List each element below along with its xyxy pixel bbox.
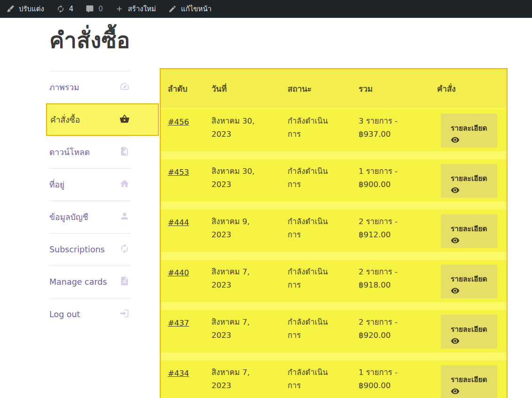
- sign-out-icon: [118, 308, 131, 320]
- orders-table-body: #456 สิงหาคม 30, 2023 กำลังดำเนินการ 3 ร…: [161, 109, 507, 398]
- sidebar-item[interactable]: ภาพรวม: [49, 71, 131, 103]
- sidebar-item-label: ภาพรวม: [49, 81, 79, 94]
- sidebar-item-label: ดาวน์โหลด: [49, 146, 90, 159]
- card-file-icon: [118, 276, 131, 288]
- sidebar-item-label: คำสั่งซื้อ: [50, 113, 80, 126]
- sidebar-item[interactable]: ดาวน์โหลด: [49, 136, 131, 168]
- view-order-button-label: รายละเอียด: [451, 323, 497, 335]
- view-order-button[interactable]: รายละเอียด: [441, 114, 497, 148]
- order-status: กำลังดำเนินการ: [288, 109, 359, 141]
- view-order-button[interactable]: รายละเอียด: [441, 164, 497, 198]
- updates-sync-icon: [56, 5, 65, 13]
- admin-bar-updates-count: 4: [69, 5, 74, 13]
- orders-table: ลำดับ วันที่ สถานะ รวม คำสั่ง #456 สิงหา…: [160, 68, 508, 398]
- order-date: สิงหาคม 30, 2023: [211, 159, 288, 191]
- order-total: 1 รายการ - ฿900.00: [359, 360, 437, 392]
- view-order-button-label: รายละเอียด: [451, 172, 497, 184]
- eye-icon: [451, 237, 460, 244]
- admin-bar-updates[interactable]: 4: [50, 0, 80, 18]
- order-status: กำลังดำเนินการ: [288, 310, 359, 342]
- order-total: 3 รายการ - ฿937.00: [359, 109, 437, 141]
- eye-icon: [451, 388, 460, 395]
- order-number-link[interactable]: #444: [168, 218, 189, 227]
- sync-arrows-icon: [118, 243, 131, 256]
- order-total: 2 รายการ - ฿920.00: [359, 310, 437, 342]
- page-title: คำสั่งซื้อ: [49, 23, 130, 58]
- order-status: กำลังดำเนินการ: [288, 260, 359, 292]
- admin-bar-edit-page-label: แก้ไขหน้า: [181, 3, 211, 15]
- view-order-button-label: รายละเอียด: [451, 122, 497, 134]
- sidebar-item[interactable]: Manage cards: [49, 265, 131, 298]
- order-date: สิงหาคม 7, 2023: [211, 310, 288, 342]
- sidebar-item-label: ข้อมูลบัญชี: [49, 211, 88, 224]
- edit-pencil-icon: [168, 5, 177, 13]
- header-status: สถานะ: [288, 82, 359, 95]
- wp-admin-bar: ปรับแต่ง 4 0 สร้างใหม่ แก้ไขหน้า: [0, 0, 532, 18]
- customize-brush-icon: [6, 5, 15, 13]
- admin-bar-comments-count: 0: [98, 5, 103, 13]
- order-row: #440 สิงหาคม 7, 2023 กำลังดำเนินการ 2 รา…: [161, 260, 507, 302]
- sidebar-item[interactable]: Log out: [49, 298, 131, 330]
- admin-bar-customize-label: ปรับแต่ง: [19, 3, 44, 15]
- order-number-link[interactable]: #456: [168, 117, 189, 126]
- eye-icon: [451, 187, 460, 194]
- header-actions: คำสั่ง: [437, 82, 497, 95]
- order-row: #444 สิงหาคม 9, 2023 กำลังดำเนินการ 2 รา…: [161, 210, 507, 252]
- eye-icon: [451, 338, 460, 345]
- view-order-button-label: รายละเอียด: [451, 223, 497, 234]
- order-number-link[interactable]: #440: [168, 268, 189, 277]
- order-row: #453 สิงหาคม 30, 2023 กำลังดำเนินการ 1 ร…: [161, 159, 507, 202]
- order-row: #434 สิงหาคม 7, 2023 กำลังดำเนินการ 1 รา…: [161, 360, 507, 398]
- order-status: กำลังดำเนินการ: [288, 360, 359, 392]
- order-status: กำลังดำเนินการ: [288, 210, 359, 242]
- order-row: #456 สิงหาคม 30, 2023 กำลังดำเนินการ 3 ร…: [161, 109, 507, 151]
- order-number-link[interactable]: #437: [168, 319, 189, 328]
- eye-icon: [451, 288, 460, 295]
- header-order-number: ลำดับ: [168, 82, 211, 95]
- sidebar-item[interactable]: ที่อยู่: [49, 168, 131, 201]
- order-date: สิงหาคม 7, 2023: [211, 260, 288, 292]
- header-date: วันที่: [211, 82, 288, 95]
- order-total: 1 รายการ - ฿900.00: [359, 159, 437, 191]
- admin-bar-customize[interactable]: ปรับแต่ง: [0, 0, 50, 18]
- order-row: #437 สิงหาคม 7, 2023 กำลังดำเนินการ 2 รา…: [161, 310, 507, 352]
- view-order-button[interactable]: รายละเอียด: [441, 214, 497, 248]
- header-total: รวม: [359, 82, 437, 95]
- sidebar-item[interactable]: ข้อมูลบัญชี: [49, 201, 131, 233]
- order-total: 2 รายการ - ฿912.00: [359, 210, 437, 242]
- view-order-button-label: รายละเอียด: [451, 273, 497, 285]
- admin-bar-new-label: สร้างใหม่: [128, 3, 156, 15]
- sidebar-item[interactable]: Subscriptions: [49, 233, 131, 265]
- order-total: 2 รายการ - ฿918.00: [359, 260, 437, 292]
- sidebar-item-label: Log out: [49, 310, 80, 319]
- sidebar-item-label: ที่อยู่: [49, 178, 64, 191]
- order-number-link[interactable]: #434: [168, 369, 189, 378]
- order-date: สิงหาคม 7, 2023: [211, 360, 288, 392]
- orders-table-header: ลำดับ วันที่ สถานะ รวม คำสั่ง: [161, 69, 507, 108]
- user-icon: [118, 211, 131, 223]
- admin-bar-new[interactable]: สร้างใหม่: [109, 0, 162, 18]
- comments-bubble-icon: [86, 5, 94, 13]
- dashboard-gauge-icon: [118, 81, 131, 94]
- view-order-button-label: รายละเอียด: [451, 374, 497, 385]
- admin-bar-comments[interactable]: 0: [79, 0, 109, 18]
- order-number-link[interactable]: #453: [168, 168, 189, 177]
- order-date: สิงหาคม 30, 2023: [211, 109, 288, 141]
- eye-icon: [451, 137, 460, 144]
- account-navigation: ภาพรวม คำสั่งซื้อ ดาวน์โหลด ที่อยู่ ข้อม…: [49, 71, 131, 330]
- order-status: กำลังดำเนินการ: [288, 159, 359, 191]
- home-icon: [118, 179, 131, 191]
- view-order-button[interactable]: รายละเอียด: [441, 265, 497, 298]
- sidebar-item-label: Subscriptions: [49, 245, 105, 254]
- view-order-button[interactable]: รายละเอียด: [441, 315, 497, 349]
- download-file-icon: [118, 146, 131, 158]
- admin-bar-edit-page[interactable]: แก้ไขหน้า: [162, 0, 218, 18]
- shopping-basket-icon: [118, 114, 131, 126]
- sidebar-item-label: Manage cards: [49, 277, 107, 287]
- view-order-button[interactable]: รายละเอียด: [441, 365, 497, 398]
- plus-new-icon: [115, 5, 124, 13]
- order-date: สิงหาคม 9, 2023: [211, 210, 288, 242]
- sidebar-item[interactable]: คำสั่งซื้อ: [46, 103, 159, 136]
